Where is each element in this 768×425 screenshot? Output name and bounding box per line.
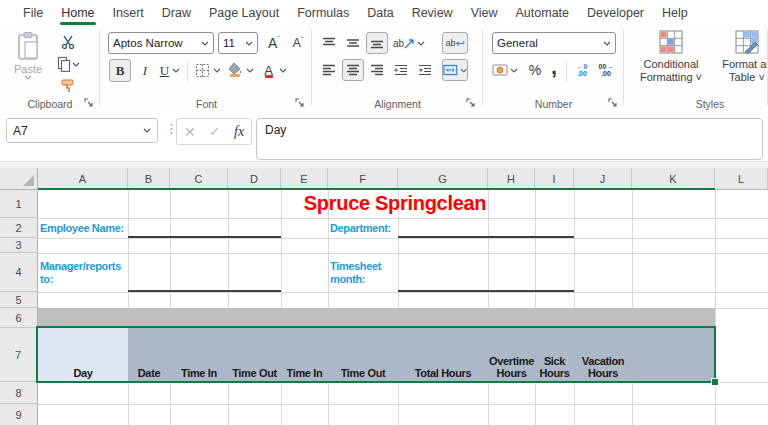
cut-button[interactable] bbox=[56, 32, 80, 52]
wrap-text-button[interactable]: ab ↩ bbox=[442, 32, 468, 54]
row-header-1[interactable]: 1 bbox=[0, 190, 38, 218]
comma-style-button[interactable]: , bbox=[545, 55, 563, 79]
accounting-format-button[interactable] bbox=[489, 59, 521, 81]
row-header-4[interactable]: 4 bbox=[0, 253, 38, 292]
enter-icon[interactable]: ✓ bbox=[209, 124, 220, 139]
decrease-decimal-button[interactable]: 00→ .00 bbox=[595, 59, 617, 81]
font-dialog-launcher[interactable] bbox=[295, 98, 307, 110]
chevron-down-icon bbox=[245, 41, 253, 46]
orientation-button[interactable]: ab bbox=[392, 32, 426, 54]
paint-bucket-icon bbox=[227, 62, 243, 79]
sheet-title-cell[interactable]: Spruce Springclean bbox=[230, 190, 560, 218]
insert-function-button[interactable]: fx bbox=[234, 124, 244, 140]
percent-style-button[interactable]: % bbox=[525, 59, 545, 81]
select-all-corner[interactable] bbox=[0, 168, 38, 190]
fill-handle[interactable] bbox=[711, 378, 719, 386]
tab-formulas[interactable]: Formulas bbox=[288, 2, 358, 24]
tab-automate[interactable]: Automate bbox=[507, 2, 579, 24]
row-header-2[interactable]: 2 bbox=[0, 218, 38, 238]
tab-draw[interactable]: Draw bbox=[153, 2, 200, 24]
increase-indent-icon bbox=[418, 64, 432, 76]
cell-b7[interactable]: Date bbox=[128, 328, 170, 382]
clipboard-dialog-launcher[interactable] bbox=[84, 98, 96, 110]
top-align-button[interactable] bbox=[318, 32, 340, 54]
column-header-b[interactable]: B bbox=[128, 168, 170, 190]
column-header-g[interactable]: G bbox=[398, 168, 488, 190]
tab-help[interactable]: Help bbox=[653, 2, 697, 24]
number-dialog-launcher[interactable] bbox=[608, 98, 620, 110]
underline-button[interactable]: U bbox=[157, 59, 183, 82]
cell-a2-employee-name-label[interactable]: Employee Name: bbox=[40, 218, 128, 238]
tab-home[interactable]: Home bbox=[52, 2, 103, 24]
cell-e7[interactable]: Time In bbox=[281, 328, 328, 382]
tab-developer[interactable]: Developer bbox=[578, 2, 653, 24]
tab-insert[interactable]: Insert bbox=[104, 2, 153, 24]
column-header-c[interactable]: C bbox=[170, 168, 228, 190]
cell-a7[interactable]: Day bbox=[38, 328, 128, 382]
tab-page-layout[interactable]: Page Layout bbox=[200, 2, 288, 24]
copy-button[interactable] bbox=[56, 54, 80, 74]
gridline-h bbox=[38, 253, 768, 254]
styles-group-label: Styles bbox=[652, 98, 768, 110]
conditional-formatting-button[interactable]: Conditional Formatting ˅ bbox=[632, 30, 710, 84]
italic-button[interactable]: I bbox=[135, 59, 155, 82]
borders-button[interactable] bbox=[193, 59, 223, 82]
row-header-7[interactable]: 7 bbox=[0, 328, 38, 382]
column-header-l[interactable]: L bbox=[715, 168, 768, 190]
align-left-button[interactable] bbox=[318, 59, 340, 81]
row-header-8[interactable]: 8 bbox=[0, 382, 38, 404]
column-header-h[interactable]: H bbox=[488, 168, 535, 190]
cell-f7[interactable]: Time Out bbox=[328, 328, 398, 382]
align-right-button[interactable] bbox=[366, 59, 388, 81]
row-header-5[interactable]: 5 bbox=[0, 292, 38, 308]
column-header-d[interactable]: D bbox=[228, 168, 281, 190]
column-header-j[interactable]: J bbox=[574, 168, 632, 190]
merge-center-button[interactable] bbox=[442, 59, 468, 81]
column-header-i[interactable]: I bbox=[535, 168, 574, 190]
bottom-align-button[interactable] bbox=[366, 32, 388, 54]
row6-gray-band[interactable] bbox=[38, 308, 715, 328]
bold-button[interactable]: B bbox=[109, 59, 131, 82]
middle-align-button[interactable] bbox=[342, 32, 364, 54]
increase-decimal-button[interactable]: ←0 .00 bbox=[571, 59, 593, 81]
tab-data[interactable]: Data bbox=[358, 2, 402, 24]
column-header-k[interactable]: K bbox=[632, 168, 715, 190]
alignment-dialog-launcher[interactable] bbox=[466, 98, 478, 110]
decrease-indent-button[interactable] bbox=[390, 59, 412, 81]
increase-font-size-button[interactable]: Aˆ bbox=[263, 32, 285, 54]
tab-view[interactable]: View bbox=[462, 2, 507, 24]
cell-c7[interactable]: Time In bbox=[170, 328, 228, 382]
cell-f2-department-label[interactable]: Department: bbox=[330, 218, 398, 238]
cell-i7[interactable]: Sick Hours bbox=[535, 328, 574, 382]
formula-input[interactable]: Day bbox=[256, 118, 763, 160]
column-header-f[interactable]: F bbox=[328, 168, 398, 190]
row-header-9[interactable]: 9 bbox=[0, 404, 38, 425]
font-size-combo[interactable]: 11 bbox=[218, 32, 258, 54]
number-group-label: Number bbox=[483, 98, 624, 110]
cell-j7[interactable]: Vacation Hours bbox=[574, 328, 632, 382]
column-header-a[interactable]: A bbox=[38, 168, 128, 190]
paste-button[interactable]: Paste bbox=[8, 31, 48, 101]
tab-review[interactable]: Review bbox=[403, 2, 462, 24]
format-as-table-button[interactable]: Format as Table ˅ bbox=[716, 30, 768, 84]
name-box[interactable]: A7 bbox=[6, 118, 158, 143]
fill-color-button[interactable] bbox=[225, 59, 255, 82]
row-header-3[interactable]: 3 bbox=[0, 238, 38, 253]
number-format-combo[interactable]: General bbox=[492, 32, 616, 54]
format-painter-button[interactable] bbox=[56, 76, 80, 96]
font-color-button[interactable]: A bbox=[259, 59, 289, 82]
cell-g7[interactable]: Total Hours bbox=[398, 328, 488, 382]
number-group: General % , ←0 .00 00→ .00 Number bbox=[483, 25, 624, 113]
cell-h7[interactable]: Overtime Hours bbox=[488, 328, 535, 382]
row-header-6[interactable]: 6 bbox=[0, 308, 38, 328]
font-name-combo[interactable]: Aptos Narrow bbox=[108, 32, 214, 54]
decrease-font-size-button[interactable]: Aˇ bbox=[287, 32, 309, 54]
cell-f4-timesheet-label[interactable]: Timesheet month: bbox=[330, 253, 398, 292]
cell-a4-manager-label[interactable]: Manager/reports to: bbox=[40, 253, 128, 292]
increase-indent-button[interactable] bbox=[414, 59, 436, 81]
cell-d7[interactable]: Time Out bbox=[228, 328, 281, 382]
column-header-e[interactable]: E bbox=[281, 168, 328, 190]
cancel-icon[interactable]: ✕ bbox=[184, 124, 196, 140]
center-button[interactable] bbox=[342, 59, 364, 81]
tab-file[interactable]: File bbox=[14, 2, 52, 24]
